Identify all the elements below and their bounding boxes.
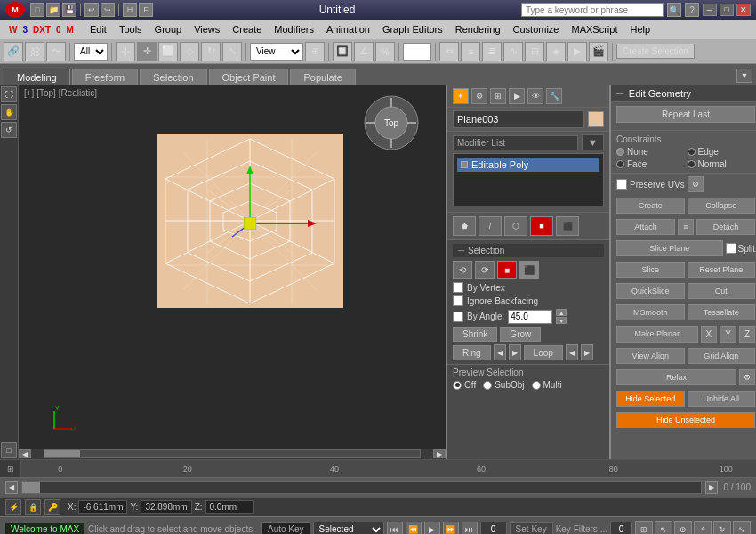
- tab-object-paint[interactable]: Object Paint: [209, 69, 289, 85]
- preview-multi-radio[interactable]: [532, 381, 541, 390]
- scroll-left-btn[interactable]: ◀: [19, 449, 31, 458]
- preserve-uvs-checkbox[interactable]: [616, 179, 627, 190]
- bind-space-warp-btn[interactable]: 〜: [46, 42, 66, 61]
- sel-icon-red[interactable]: ■: [497, 261, 517, 279]
- unhide-all-btn[interactable]: Unhide All: [688, 391, 756, 407]
- border-mode-btn[interactable]: ⬡: [504, 216, 527, 236]
- z-axis-btn[interactable]: Z: [739, 326, 755, 343]
- hide-selected-btn[interactable]: Hide Selected: [616, 391, 685, 407]
- prev-key-btn[interactable]: ⏪: [406, 522, 422, 535]
- snap-toggle-btn[interactable]: 🔲: [333, 42, 352, 61]
- ignore-backfacing-checkbox[interactable]: [453, 295, 463, 306]
- object-color-swatch[interactable]: [588, 111, 604, 127]
- y-axis-btn[interactable]: Y: [720, 326, 736, 343]
- timeline-position[interactable]: [22, 482, 40, 493]
- menu-views[interactable]: Views: [189, 22, 225, 36]
- ring-btn[interactable]: Ring: [453, 345, 491, 360]
- layer-manager-btn[interactable]: ≣: [482, 42, 502, 61]
- tab-freeform[interactable]: Freeform: [72, 69, 139, 85]
- msmooth-btn[interactable]: MSmooth: [616, 304, 685, 320]
- angle-snap-btn[interactable]: ∠: [354, 42, 374, 61]
- close-btn[interactable]: ✕: [736, 4, 751, 16]
- preserve-uvs-settings-btn[interactable]: ⚙: [688, 176, 704, 192]
- relax-settings-btn[interactable]: ⚙: [739, 369, 755, 385]
- minimize-btn[interactable]: ─: [703, 4, 717, 16]
- maximize-btn[interactable]: □: [720, 4, 734, 16]
- vp-nav-4[interactable]: ⌖: [694, 521, 712, 535]
- vp-nav-1[interactable]: ⊞: [635, 521, 653, 535]
- prev-frame-btn[interactable]: ⏮: [387, 522, 403, 535]
- selected-dropdown[interactable]: Selected All Position: [313, 522, 384, 535]
- menu-tools[interactable]: Tools: [114, 22, 148, 36]
- timeline-track[interactable]: [21, 481, 702, 494]
- slice-btn[interactable]: Slice: [616, 262, 685, 278]
- make-planar-btn[interactable]: Make Planar: [616, 326, 698, 343]
- tab-selection[interactable]: Selection: [140, 69, 206, 85]
- vp-nav-6[interactable]: ⤡: [733, 521, 751, 535]
- angle-down-btn[interactable]: ▼: [556, 317, 567, 324]
- percent-snap-btn[interactable]: %: [375, 42, 395, 61]
- angle-up-btn[interactable]: ▲: [556, 309, 567, 316]
- reference-coord-select[interactable]: View: [250, 43, 303, 61]
- viewport-scrollbar[interactable]: ◀ ▶: [19, 449, 446, 459]
- attach-btn[interactable]: Attach: [616, 219, 675, 235]
- x-axis-btn[interactable]: X: [701, 326, 718, 343]
- ring-prev-btn[interactable]: ◀: [494, 344, 506, 360]
- fetch-btn[interactable]: F: [139, 3, 153, 17]
- use-center-btn[interactable]: ⊕: [305, 42, 325, 61]
- modifier-editable-poly[interactable]: Editable Poly: [457, 158, 599, 172]
- preview-subobj-radio[interactable]: [483, 381, 492, 390]
- menu-create[interactable]: Create: [227, 22, 267, 36]
- constraint-edge[interactable]: Edge: [688, 147, 756, 157]
- select-scale-btn[interactable]: ⤡: [222, 42, 242, 61]
- collapse-btn[interactable]: Collapse: [688, 198, 756, 214]
- menu-animation[interactable]: Animation: [321, 22, 375, 36]
- ring-next-btn[interactable]: ▶: [509, 344, 521, 360]
- next-frame-btn[interactable]: ⏭: [462, 522, 478, 535]
- status-icon2[interactable]: 🔒: [25, 499, 41, 515]
- mesh-viewport[interactable]: [157, 134, 343, 308]
- menu-modifiers[interactable]: Modifiers: [269, 22, 319, 36]
- display-icon[interactable]: 👁: [527, 88, 543, 104]
- utilities-icon[interactable]: 🔧: [546, 88, 562, 104]
- menu-edit[interactable]: Edit: [84, 22, 112, 36]
- grid-align-btn[interactable]: Grid Align: [688, 348, 756, 364]
- loop-prev-btn[interactable]: ◀: [566, 344, 578, 360]
- hold-btn[interactable]: H: [123, 3, 137, 17]
- spinner-field[interactable]: 2.5: [403, 43, 431, 61]
- modifier-list-dropdown[interactable]: ▼: [582, 134, 604, 150]
- menu-help[interactable]: Help: [624, 22, 655, 36]
- undo-btn[interactable]: ↩: [84, 3, 99, 17]
- by-angle-input[interactable]: 45.0: [508, 310, 552, 324]
- detach-btn[interactable]: Detach: [696, 219, 755, 235]
- tab-populate[interactable]: Populate: [290, 69, 355, 85]
- timeline-left-arrow[interactable]: ◀: [5, 481, 18, 494]
- element-mode-btn[interactable]: ⬛: [556, 216, 579, 236]
- toolbar-icon-save[interactable]: 💾: [62, 3, 76, 17]
- collapse-panel-btn[interactable]: ▼: [736, 69, 752, 83]
- status-icon3[interactable]: 🔑: [44, 499, 60, 515]
- selection-filter[interactable]: All: [74, 43, 108, 61]
- align-btn[interactable]: ≡: [461, 42, 480, 61]
- scroll-track[interactable]: [44, 449, 421, 458]
- redo-btn[interactable]: ↪: [101, 3, 115, 17]
- create-icon[interactable]: ✦: [453, 88, 469, 104]
- slice-plane-btn[interactable]: Slice Plane: [616, 240, 723, 256]
- select-link-btn[interactable]: 🔗: [4, 42, 23, 61]
- scroll-right-btn[interactable]: ▶: [433, 449, 446, 458]
- repeat-last-btn[interactable]: Repeat Last: [616, 106, 755, 123]
- relax-btn[interactable]: Relax: [616, 369, 736, 385]
- constraint-none[interactable]: None: [616, 147, 685, 157]
- nav-ring[interactable]: Top: [363, 94, 421, 152]
- sel-icon1[interactable]: ⟲: [453, 261, 472, 279]
- preview-off-radio[interactable]: [453, 381, 462, 390]
- play-btn[interactable]: ▶: [424, 522, 440, 535]
- select-move-btn[interactable]: ✛: [137, 42, 157, 61]
- shrink-btn[interactable]: Shrink: [453, 327, 497, 342]
- schematic-btn[interactable]: ⊞: [525, 42, 544, 61]
- pan-btn[interactable]: ✋: [1, 104, 17, 120]
- scroll-thumb[interactable]: [44, 450, 80, 457]
- search-input[interactable]: [521, 3, 664, 17]
- render-setup-btn[interactable]: ▶: [567, 42, 587, 61]
- material-editor-btn[interactable]: ◈: [546, 42, 566, 61]
